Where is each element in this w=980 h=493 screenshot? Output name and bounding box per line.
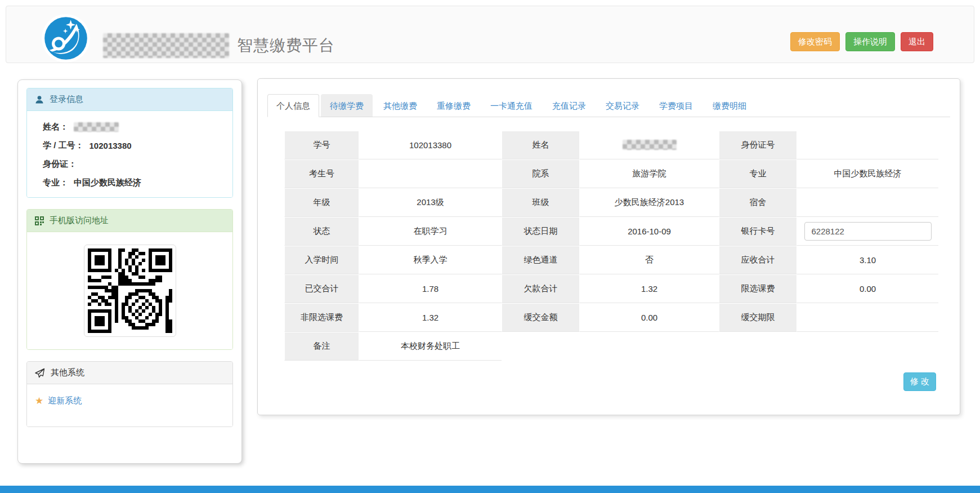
qr-code-image xyxy=(88,248,172,333)
field-label-cell: 欠款合计 xyxy=(502,274,580,303)
app-logo xyxy=(42,14,90,63)
field-value-cell: 2013级 xyxy=(359,188,502,217)
name-masked-value xyxy=(623,140,677,150)
login-field-name: 姓名： xyxy=(43,121,225,132)
tab-personal-info[interactable]: 个人信息 xyxy=(267,94,319,117)
table-row: 入学时间 秋季入学 绿色通道 否 应收合计 3.10 xyxy=(284,246,938,274)
paper-plane-icon xyxy=(35,368,45,378)
logout-button[interactable]: 退出 xyxy=(901,32,933,51)
field-label-cell: 绿色通道 xyxy=(502,246,580,274)
field-value-cell: 102013380 xyxy=(359,131,502,159)
change-password-button[interactable]: 修改密码 xyxy=(790,32,840,51)
panel-title-qr: 手机版访问地址 xyxy=(50,215,109,226)
user-icon xyxy=(35,95,44,104)
panel-title-other-systems: 其他系统 xyxy=(51,367,84,378)
field-value-cell xyxy=(797,303,938,332)
field-value-cell: 2016-10-09 xyxy=(580,217,719,246)
instructions-button[interactable]: 操作说明 xyxy=(845,32,895,51)
tab-tuition-items[interactable]: 学费项目 xyxy=(650,94,702,117)
field-label-cell: 考生号 xyxy=(284,159,359,188)
tab-retake-payment[interactable]: 重修缴费 xyxy=(428,94,480,117)
table-row: 考生号 院系 旅游学院 专业 中国少数民族经济 xyxy=(284,159,938,188)
field-label-cell: 班级 xyxy=(502,188,580,217)
field-label-cell: 状态日期 xyxy=(502,217,580,246)
qr-code-icon xyxy=(35,216,44,225)
field-value-cell: 本校财务处职工 xyxy=(359,332,502,361)
tab-recharge-records[interactable]: 充值记录 xyxy=(543,94,595,117)
field-label-cell: 姓名 xyxy=(502,131,580,159)
table-row: 年级 2013级 班级 少数民族经济2013 宿舍 xyxy=(284,188,938,217)
field-label-cell: 缓交金额 xyxy=(502,303,580,332)
welcome-system-link[interactable]: 迎新系统 xyxy=(48,396,82,406)
personal-info-table: 学号 102013380 姓名 身份证号 考生号 院系 旅游学院 专业 中国少数… xyxy=(284,131,938,361)
qr-panel: 手机版访问地址 xyxy=(26,209,233,350)
field-label-cell: 应收合计 xyxy=(719,246,797,274)
field-value-cell xyxy=(580,131,719,159)
field-value-cell xyxy=(797,188,938,217)
star-icon: ★ xyxy=(35,396,43,406)
field-label-cell: 宿舍 xyxy=(719,188,797,217)
empty-cell xyxy=(502,332,938,361)
field-label-cell: 限选课费 xyxy=(719,274,797,303)
platform-title: 智慧缴费平台 xyxy=(237,35,335,56)
school-name-redacted xyxy=(103,33,229,58)
field-value-cell: 0.00 xyxy=(797,274,938,303)
edit-button[interactable]: 修 改 xyxy=(903,372,936,391)
field-value-cell: 秋季入学 xyxy=(359,246,502,274)
field-value-cell xyxy=(797,131,938,159)
field-label-cell: 身份证号 xyxy=(719,131,797,159)
main-panel: 个人信息 待缴学费 其他缴费 重修缴费 一卡通充值 充值记录 交易记录 学费项目… xyxy=(257,78,960,415)
table-row: 已交合计 1.78 欠款合计 1.32 限选课费 0.00 xyxy=(284,274,938,303)
field-label-cell: 已交合计 xyxy=(284,274,359,303)
tab-other-payment[interactable]: 其他缴费 xyxy=(374,94,426,117)
field-label-cell: 状态 xyxy=(284,217,359,246)
field-label-cell: 专业 xyxy=(719,159,797,188)
field-label-cell: 备注 xyxy=(284,332,359,361)
table-row-remark: 备注 本校财务处职工 xyxy=(284,332,938,361)
field-label-cell: 年级 xyxy=(284,188,359,217)
field-value-cell xyxy=(797,217,938,246)
tab-transaction-records[interactable]: 交易记录 xyxy=(597,94,648,117)
field-value-cell: 在职学习 xyxy=(359,217,502,246)
footer-bar xyxy=(0,486,980,493)
field-value-cell: 1.32 xyxy=(359,303,502,332)
header-bar: 智慧缴费平台 修改密码 操作说明 退出 xyxy=(6,6,974,63)
panel-title-login: 登录信息 xyxy=(50,94,83,105)
table-row: 非限选课费 1.32 缓交金额 0.00 缓交期限 xyxy=(284,303,938,332)
field-value-cell: 少数民族经济2013 xyxy=(580,188,719,217)
login-field-major: 专业： 中国少数民族经济 xyxy=(43,177,225,188)
other-systems-panel: 其他系统 ★ 迎新系统 xyxy=(26,361,233,427)
field-value-cell: 1.78 xyxy=(359,274,502,303)
tab-payment-details[interactable]: 缴费明细 xyxy=(704,94,755,117)
field-value-cell: 1.32 xyxy=(580,274,719,303)
field-value-cell: 0.00 xyxy=(580,303,719,332)
table-row: 学号 102013380 姓名 身份证号 xyxy=(284,131,938,159)
field-value-cell: 否 xyxy=(580,246,719,274)
field-label-cell: 学号 xyxy=(284,131,359,159)
field-value-cell: 旅游学院 xyxy=(580,159,719,188)
table-row: 状态 在职学习 状态日期 2016-10-09 银行卡号 xyxy=(284,217,938,246)
bank-card-input[interactable] xyxy=(804,222,932,241)
sidebar: 登录信息 姓名： 学 / 工号： 102013380 身份证： 专业： 中国少数… xyxy=(17,79,242,464)
tab-card-recharge[interactable]: 一卡通充值 xyxy=(481,94,542,117)
field-label-cell: 缓交期限 xyxy=(719,303,797,332)
field-value-cell xyxy=(359,159,502,188)
tab-pending-tuition[interactable]: 待缴学费 xyxy=(321,94,373,117)
login-info-panel: 登录信息 姓名： 学 / 工号： 102013380 身份证： 专业： 中国少数… xyxy=(26,88,233,198)
field-label-cell: 非限选课费 xyxy=(284,303,359,332)
field-label-cell: 院系 xyxy=(502,159,580,188)
field-label-cell: 入学时间 xyxy=(284,246,359,274)
field-value-cell: 3.10 xyxy=(797,246,938,274)
login-field-id-number: 学 / 工号： 102013380 xyxy=(43,140,225,151)
field-value-cell: 中国少数民族经济 xyxy=(797,159,938,188)
tab-bar: 个人信息 待缴学费 其他缴费 重修缴费 一卡通充值 充值记录 交易记录 学费项目… xyxy=(267,94,950,117)
field-label-cell: 银行卡号 xyxy=(719,217,797,246)
name-masked-value xyxy=(74,122,119,132)
qr-code-frame xyxy=(84,245,176,337)
login-field-id-card: 身份证： xyxy=(43,158,225,170)
